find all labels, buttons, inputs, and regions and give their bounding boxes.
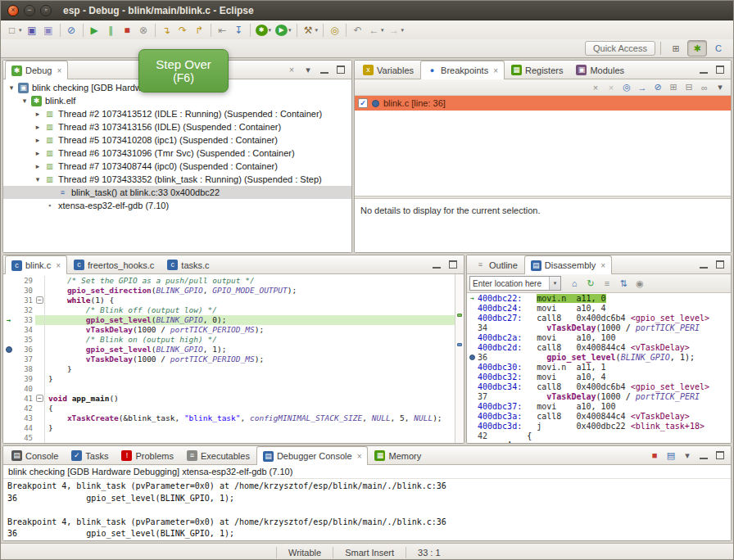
skip-all-breakpoints-button[interactable]: ⊘ bbox=[64, 22, 79, 38]
collapsed-arrow-icon[interactable]: ▸ bbox=[33, 110, 43, 118]
collapsed-arrow-icon[interactable]: ▸ bbox=[33, 149, 43, 157]
tab-breakpoints[interactable]: ●Breakpoints× bbox=[420, 61, 505, 79]
close-button[interactable]: × bbox=[7, 5, 19, 16]
minimize-button[interactable]: − bbox=[24, 5, 35, 16]
home-icon[interactable]: ⌂ bbox=[568, 277, 581, 290]
minimize-view-icon[interactable] bbox=[697, 258, 710, 271]
tab-debug[interactable]: ✱Debug× bbox=[5, 61, 68, 79]
debug-tree-item[interactable]: ▾▥Thread #9 1073433352 (blink_task : Run… bbox=[3, 173, 351, 186]
fold-minus-icon[interactable]: − bbox=[35, 296, 45, 305]
debug-tree-item[interactable]: ▸▥Thread #2 1073413512 (IDLE : Running) … bbox=[3, 107, 351, 120]
debug-tree-item[interactable]: ▸▥Thread #7 1073408744 (ipc0) (Suspended… bbox=[3, 160, 351, 173]
overview-ruler[interactable] bbox=[455, 274, 464, 443]
search-button[interactable]: ◎ bbox=[327, 22, 342, 38]
step-into-button[interactable]: ↴ bbox=[159, 22, 174, 38]
back-button[interactable]: ←▾ bbox=[366, 22, 386, 38]
tab-blink-c[interactable]: cblink.c× bbox=[5, 255, 67, 274]
collapsed-arrow-icon[interactable]: ▸ bbox=[33, 162, 43, 170]
code-line[interactable]: 36 gpio_set_level(BLINK_GPIO, 1); bbox=[3, 345, 455, 355]
expand-all-icon[interactable]: ⊞ bbox=[667, 81, 680, 94]
minimize-view-icon[interactable] bbox=[430, 258, 443, 271]
code-line[interactable]: 32 /* Blink off (output low) */ bbox=[3, 305, 455, 315]
link-with-debug-view-icon[interactable]: ∞ bbox=[698, 81, 711, 94]
step-return-button[interactable]: ↱ bbox=[192, 22, 207, 38]
build-button[interactable]: ⚒▾ bbox=[301, 22, 320, 38]
debug-perspective-button[interactable]: ✱ bbox=[687, 40, 707, 56]
breakpoint-icon[interactable] bbox=[3, 345, 14, 355]
new-button[interactable]: □▾ bbox=[4, 22, 24, 38]
tab-tasks-c[interactable]: ctasks.c bbox=[161, 255, 215, 273]
show-breakpoints-for-selection-icon[interactable]: ◎ bbox=[620, 81, 633, 94]
remove-breakpoint-icon[interactable]: × bbox=[589, 81, 602, 94]
terminate-console-icon[interactable]: ■ bbox=[648, 449, 661, 462]
quick-access-button[interactable]: Quick Access bbox=[585, 41, 655, 56]
code-line[interactable]: 30 gpio_set_direction(BLINK_GPIO, GPIO_M… bbox=[3, 286, 455, 296]
last-edit-location-button[interactable]: ↶ bbox=[350, 22, 365, 38]
refresh-icon[interactable]: ↻ bbox=[584, 277, 597, 290]
maximize-view-icon[interactable] bbox=[714, 258, 727, 271]
breakpoint-checkbox[interactable]: ✓ bbox=[358, 98, 368, 108]
debug-tree-item[interactable]: ▸▥Thread #6 1073431096 (Tmr Svc) (Suspen… bbox=[3, 147, 351, 160]
code-line[interactable]: 31− while(1) { bbox=[3, 296, 455, 305]
tab-outline[interactable]: ≡Outline bbox=[469, 255, 524, 273]
run-button[interactable]: ▶▾ bbox=[274, 22, 293, 38]
tab-freertos-hooks-c[interactable]: cfreertos_hooks.c bbox=[67, 255, 161, 273]
tab-executables[interactable]: ≡Executables bbox=[180, 446, 256, 464]
remove-all-terminated-icon[interactable]: × bbox=[285, 63, 298, 76]
debug-tree-item[interactable]: ▾✱blink.elf bbox=[3, 94, 351, 107]
code-line[interactable]: 41−void app_main() bbox=[3, 394, 455, 404]
terminate-button[interactable]: ■ bbox=[120, 22, 135, 38]
collapsed-arrow-icon[interactable]: ▸ bbox=[33, 136, 43, 144]
code-line[interactable]: 42{ bbox=[3, 404, 455, 413]
maximize-view-icon[interactable] bbox=[446, 258, 460, 271]
suspend-button[interactable]: ∥ bbox=[103, 22, 119, 38]
resume-button[interactable]: ▶ bbox=[87, 22, 102, 38]
code-line[interactable]: 40 bbox=[3, 384, 455, 394]
expanded-arrow-icon[interactable]: ▾ bbox=[7, 84, 16, 92]
code-line[interactable]: 29 /* Set the GPIO as a push/pull output… bbox=[3, 276, 455, 286]
console-output[interactable]: Breakpoint 4, blink_task (pvParameter=0x… bbox=[3, 479, 731, 540]
debug-tree-item[interactable]: ▪xtensa-esp32-elf-gdb (7.10) bbox=[3, 199, 351, 212]
minimize-view-icon[interactable] bbox=[697, 63, 710, 76]
expanded-arrow-icon[interactable]: ▾ bbox=[33, 175, 43, 183]
tab-disassembly[interactable]: ▤Disassembly× bbox=[524, 255, 612, 274]
location-input[interactable] bbox=[470, 277, 549, 290]
tab-console[interactable]: ▤Console bbox=[5, 446, 65, 464]
debug-button[interactable]: ✱▾ bbox=[254, 22, 274, 38]
code-line[interactable]: 43 xTaskCreate(&blink_task, "blink_task"… bbox=[3, 413, 455, 423]
tab-variables[interactable]: xVariables bbox=[356, 61, 420, 79]
fold-minus-icon[interactable]: − bbox=[35, 394, 45, 404]
debug-view-menu-icon[interactable]: ▾ bbox=[301, 63, 315, 76]
view-menu-icon[interactable]: ▾ bbox=[714, 81, 727, 94]
tab-modules[interactable]: ▣Modules bbox=[569, 61, 631, 79]
close-tab-icon[interactable]: × bbox=[56, 261, 61, 270]
sync-selection-icon[interactable]: ⇅ bbox=[617, 277, 630, 290]
code-line[interactable]: 39} bbox=[3, 374, 455, 384]
code-line[interactable]: 34 vTaskDelay(1000 / portTICK_PERIOD_MS)… bbox=[3, 325, 455, 335]
save-button[interactable]: ▣ bbox=[25, 22, 40, 38]
debug-tree-item[interactable]: ▸▥Thread #3 1073413156 (IDLE) (Suspended… bbox=[3, 120, 351, 133]
code-line[interactable]: 35 /* Blink on (output high) */ bbox=[3, 335, 455, 345]
maximize-view-icon[interactable] bbox=[714, 63, 727, 76]
save-all-button[interactable]: ▣ bbox=[41, 22, 57, 38]
close-tab-icon[interactable]: × bbox=[600, 261, 605, 270]
drop-to-frame-button[interactable]: ⇤ bbox=[215, 22, 230, 38]
debug-tree-item[interactable]: ▸▥Thread #5 1073410208 (ipc1) (Suspended… bbox=[3, 133, 351, 147]
code-line[interactable]: →33 gpio_set_level(BLINK_GPIO, 0); bbox=[3, 315, 455, 325]
disconnect-button[interactable]: ⊗ bbox=[136, 22, 152, 38]
minimize-view-icon[interactable] bbox=[318, 63, 331, 76]
goto-file-icon[interactable]: → bbox=[636, 81, 649, 94]
forward-button[interactable]: →▾ bbox=[387, 22, 406, 38]
editor-area[interactable]: 29 /* Set the GPIO as a push/pull output… bbox=[3, 274, 464, 443]
maximize-view-icon[interactable] bbox=[714, 449, 727, 462]
track-expression-icon[interactable]: ◉ bbox=[633, 277, 646, 290]
combo-dropdown-icon[interactable]: ▾ bbox=[549, 277, 560, 290]
breakpoint-row[interactable]: ✓ blink.c [line: 36] bbox=[355, 96, 731, 111]
maximize-view-icon[interactable] bbox=[334, 63, 347, 76]
tab-memory[interactable]: ▦Memory bbox=[368, 446, 428, 464]
tab-registers[interactable]: ▦Registers bbox=[505, 61, 569, 79]
close-tab-icon[interactable]: × bbox=[493, 66, 498, 75]
code-line[interactable]: 45 bbox=[3, 433, 455, 443]
skip-all-breakpoints-icon[interactable]: ⊘ bbox=[651, 81, 664, 94]
tab-problems[interactable]: !Problems bbox=[115, 446, 179, 464]
